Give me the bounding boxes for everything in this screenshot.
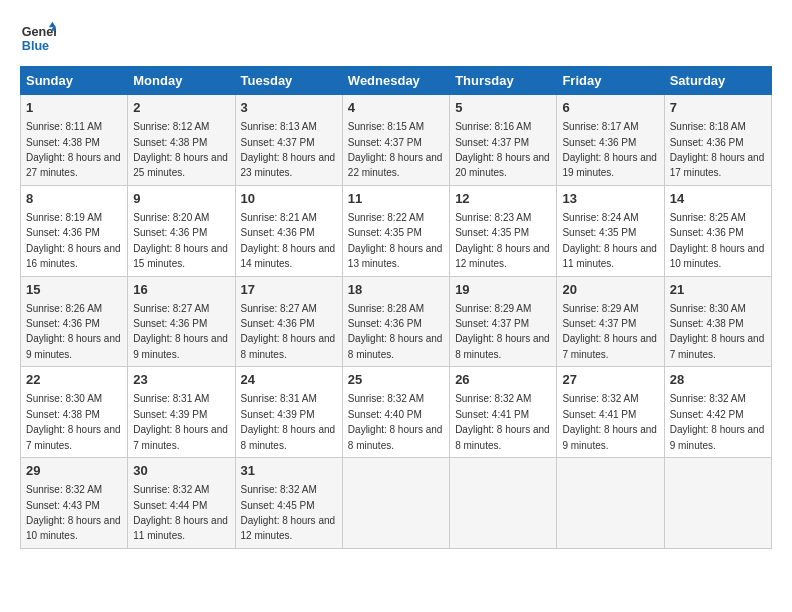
day-info: Sunrise: 8:31 AMSunset: 4:39 PMDaylight:… bbox=[133, 393, 228, 450]
svg-text:Blue: Blue bbox=[22, 39, 49, 53]
day-number: 7 bbox=[670, 99, 766, 117]
day-info: Sunrise: 8:11 AMSunset: 4:38 PMDaylight:… bbox=[26, 121, 121, 178]
day-number: 11 bbox=[348, 190, 444, 208]
day-number: 22 bbox=[26, 371, 122, 389]
col-header-monday: Monday bbox=[128, 67, 235, 95]
day-cell-28: 28 Sunrise: 8:32 AMSunset: 4:42 PMDaylig… bbox=[664, 367, 771, 458]
day-cell-3: 3 Sunrise: 8:13 AMSunset: 4:37 PMDayligh… bbox=[235, 95, 342, 186]
day-cell-13: 13 Sunrise: 8:24 AMSunset: 4:35 PMDaylig… bbox=[557, 185, 664, 276]
day-number: 31 bbox=[241, 462, 337, 480]
day-number: 19 bbox=[455, 281, 551, 299]
day-info: Sunrise: 8:21 AMSunset: 4:36 PMDaylight:… bbox=[241, 212, 336, 269]
day-number: 18 bbox=[348, 281, 444, 299]
day-number: 30 bbox=[133, 462, 229, 480]
day-number: 5 bbox=[455, 99, 551, 117]
day-cell-10: 10 Sunrise: 8:21 AMSunset: 4:36 PMDaylig… bbox=[235, 185, 342, 276]
day-cell-21: 21 Sunrise: 8:30 AMSunset: 4:38 PMDaylig… bbox=[664, 276, 771, 367]
day-cell-17: 17 Sunrise: 8:27 AMSunset: 4:36 PMDaylig… bbox=[235, 276, 342, 367]
day-number: 21 bbox=[670, 281, 766, 299]
day-info: Sunrise: 8:30 AMSunset: 4:38 PMDaylight:… bbox=[26, 393, 121, 450]
day-info: Sunrise: 8:15 AMSunset: 4:37 PMDaylight:… bbox=[348, 121, 443, 178]
col-header-friday: Friday bbox=[557, 67, 664, 95]
week-row-4: 22 Sunrise: 8:30 AMSunset: 4:38 PMDaylig… bbox=[21, 367, 772, 458]
day-number: 15 bbox=[26, 281, 122, 299]
day-cell-23: 23 Sunrise: 8:31 AMSunset: 4:39 PMDaylig… bbox=[128, 367, 235, 458]
day-number: 6 bbox=[562, 99, 658, 117]
day-cell-15: 15 Sunrise: 8:26 AMSunset: 4:36 PMDaylig… bbox=[21, 276, 128, 367]
col-header-saturday: Saturday bbox=[664, 67, 771, 95]
day-info: Sunrise: 8:24 AMSunset: 4:35 PMDaylight:… bbox=[562, 212, 657, 269]
day-info: Sunrise: 8:27 AMSunset: 4:36 PMDaylight:… bbox=[133, 303, 228, 360]
day-number: 16 bbox=[133, 281, 229, 299]
day-info: Sunrise: 8:30 AMSunset: 4:38 PMDaylight:… bbox=[670, 303, 765, 360]
day-cell-20: 20 Sunrise: 8:29 AMSunset: 4:37 PMDaylig… bbox=[557, 276, 664, 367]
day-info: Sunrise: 8:32 AMSunset: 4:40 PMDaylight:… bbox=[348, 393, 443, 450]
day-info: Sunrise: 8:19 AMSunset: 4:36 PMDaylight:… bbox=[26, 212, 121, 269]
empty-cell bbox=[450, 458, 557, 549]
col-header-thursday: Thursday bbox=[450, 67, 557, 95]
svg-text:General: General bbox=[22, 25, 56, 39]
day-info: Sunrise: 8:32 AMSunset: 4:42 PMDaylight:… bbox=[670, 393, 765, 450]
day-number: 10 bbox=[241, 190, 337, 208]
day-number: 8 bbox=[26, 190, 122, 208]
day-cell-25: 25 Sunrise: 8:32 AMSunset: 4:40 PMDaylig… bbox=[342, 367, 449, 458]
day-info: Sunrise: 8:18 AMSunset: 4:36 PMDaylight:… bbox=[670, 121, 765, 178]
day-cell-9: 9 Sunrise: 8:20 AMSunset: 4:36 PMDayligh… bbox=[128, 185, 235, 276]
day-info: Sunrise: 8:17 AMSunset: 4:36 PMDaylight:… bbox=[562, 121, 657, 178]
day-cell-18: 18 Sunrise: 8:28 AMSunset: 4:36 PMDaylig… bbox=[342, 276, 449, 367]
day-cell-14: 14 Sunrise: 8:25 AMSunset: 4:36 PMDaylig… bbox=[664, 185, 771, 276]
day-info: Sunrise: 8:32 AMSunset: 4:43 PMDaylight:… bbox=[26, 484, 121, 541]
week-row-1: 1 Sunrise: 8:11 AMSunset: 4:38 PMDayligh… bbox=[21, 95, 772, 186]
day-number: 12 bbox=[455, 190, 551, 208]
day-cell-27: 27 Sunrise: 8:32 AMSunset: 4:41 PMDaylig… bbox=[557, 367, 664, 458]
day-cell-2: 2 Sunrise: 8:12 AMSunset: 4:38 PMDayligh… bbox=[128, 95, 235, 186]
day-cell-5: 5 Sunrise: 8:16 AMSunset: 4:37 PMDayligh… bbox=[450, 95, 557, 186]
day-info: Sunrise: 8:26 AMSunset: 4:36 PMDaylight:… bbox=[26, 303, 121, 360]
day-cell-8: 8 Sunrise: 8:19 AMSunset: 4:36 PMDayligh… bbox=[21, 185, 128, 276]
week-row-3: 15 Sunrise: 8:26 AMSunset: 4:36 PMDaylig… bbox=[21, 276, 772, 367]
day-number: 3 bbox=[241, 99, 337, 117]
empty-cell bbox=[342, 458, 449, 549]
day-number: 28 bbox=[670, 371, 766, 389]
day-cell-1: 1 Sunrise: 8:11 AMSunset: 4:38 PMDayligh… bbox=[21, 95, 128, 186]
logo-icon: General Blue bbox=[20, 20, 56, 56]
day-cell-12: 12 Sunrise: 8:23 AMSunset: 4:35 PMDaylig… bbox=[450, 185, 557, 276]
day-info: Sunrise: 8:32 AMSunset: 4:41 PMDaylight:… bbox=[455, 393, 550, 450]
day-cell-6: 6 Sunrise: 8:17 AMSunset: 4:36 PMDayligh… bbox=[557, 95, 664, 186]
day-cell-16: 16 Sunrise: 8:27 AMSunset: 4:36 PMDaylig… bbox=[128, 276, 235, 367]
logo: General Blue bbox=[20, 20, 56, 56]
day-info: Sunrise: 8:12 AMSunset: 4:38 PMDaylight:… bbox=[133, 121, 228, 178]
day-info: Sunrise: 8:32 AMSunset: 4:45 PMDaylight:… bbox=[241, 484, 336, 541]
day-number: 1 bbox=[26, 99, 122, 117]
day-number: 24 bbox=[241, 371, 337, 389]
day-info: Sunrise: 8:25 AMSunset: 4:36 PMDaylight:… bbox=[670, 212, 765, 269]
day-number: 13 bbox=[562, 190, 658, 208]
day-number: 14 bbox=[670, 190, 766, 208]
day-info: Sunrise: 8:32 AMSunset: 4:44 PMDaylight:… bbox=[133, 484, 228, 541]
calendar-table: SundayMondayTuesdayWednesdayThursdayFrid… bbox=[20, 66, 772, 549]
day-number: 23 bbox=[133, 371, 229, 389]
day-cell-26: 26 Sunrise: 8:32 AMSunset: 4:41 PMDaylig… bbox=[450, 367, 557, 458]
day-number: 27 bbox=[562, 371, 658, 389]
day-number: 29 bbox=[26, 462, 122, 480]
day-info: Sunrise: 8:32 AMSunset: 4:41 PMDaylight:… bbox=[562, 393, 657, 450]
day-cell-11: 11 Sunrise: 8:22 AMSunset: 4:35 PMDaylig… bbox=[342, 185, 449, 276]
day-cell-7: 7 Sunrise: 8:18 AMSunset: 4:36 PMDayligh… bbox=[664, 95, 771, 186]
day-info: Sunrise: 8:20 AMSunset: 4:36 PMDaylight:… bbox=[133, 212, 228, 269]
day-info: Sunrise: 8:29 AMSunset: 4:37 PMDaylight:… bbox=[455, 303, 550, 360]
day-cell-22: 22 Sunrise: 8:30 AMSunset: 4:38 PMDaylig… bbox=[21, 367, 128, 458]
day-number: 2 bbox=[133, 99, 229, 117]
day-number: 4 bbox=[348, 99, 444, 117]
empty-cell bbox=[664, 458, 771, 549]
week-row-2: 8 Sunrise: 8:19 AMSunset: 4:36 PMDayligh… bbox=[21, 185, 772, 276]
col-header-tuesday: Tuesday bbox=[235, 67, 342, 95]
day-info: Sunrise: 8:22 AMSunset: 4:35 PMDaylight:… bbox=[348, 212, 443, 269]
day-info: Sunrise: 8:31 AMSunset: 4:39 PMDaylight:… bbox=[241, 393, 336, 450]
day-info: Sunrise: 8:29 AMSunset: 4:37 PMDaylight:… bbox=[562, 303, 657, 360]
day-info: Sunrise: 8:27 AMSunset: 4:36 PMDaylight:… bbox=[241, 303, 336, 360]
day-number: 20 bbox=[562, 281, 658, 299]
day-number: 17 bbox=[241, 281, 337, 299]
day-cell-31: 31 Sunrise: 8:32 AMSunset: 4:45 PMDaylig… bbox=[235, 458, 342, 549]
week-row-5: 29 Sunrise: 8:32 AMSunset: 4:43 PMDaylig… bbox=[21, 458, 772, 549]
day-cell-24: 24 Sunrise: 8:31 AMSunset: 4:39 PMDaylig… bbox=[235, 367, 342, 458]
